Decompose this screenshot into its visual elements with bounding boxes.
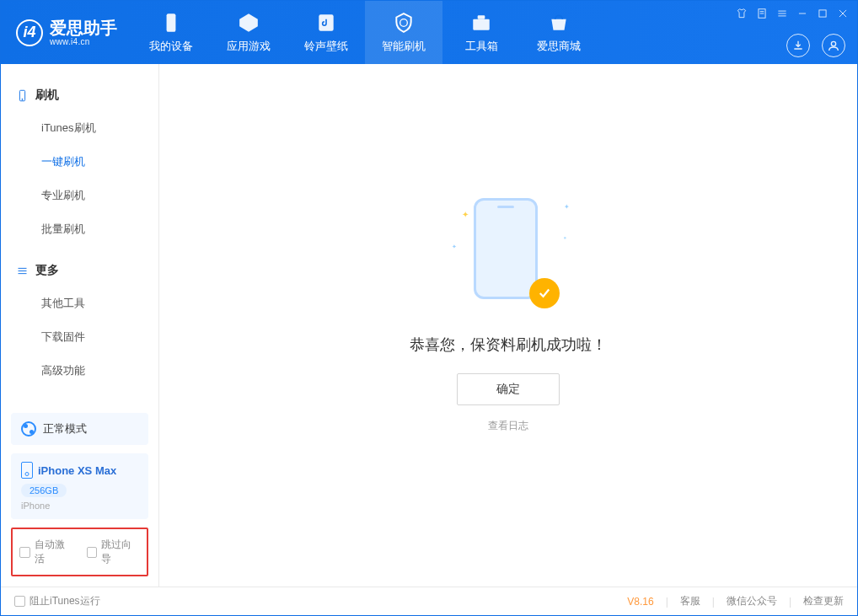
logo-icon: i4 [16, 19, 43, 46]
header: i4 爱思助手 www.i4.cn 我的设备 应用游戏 铃声壁纸 智能刷机 工具… [1, 1, 857, 64]
ok-button[interactable]: 确定 [457, 373, 560, 405]
tab-ringtone-wallpaper[interactable]: 铃声壁纸 [287, 1, 365, 64]
svg-rect-0 [167, 13, 176, 32]
sidebar-group-flash: 刷机 [1, 83, 158, 111]
view-log-link[interactable]: 查看日志 [488, 419, 528, 433]
window-controls [736, 8, 849, 19]
options-box: 自动激活 跳过向导 [11, 528, 148, 576]
phone-icon [21, 462, 33, 479]
logo-area: i4 爱思助手 www.i4.cn [1, 1, 132, 64]
tab-toolbox[interactable]: 工具箱 [442, 1, 520, 64]
success-illustration: ✦ ✦ ✦ ● [462, 193, 555, 311]
footer-service-link[interactable]: 客服 [680, 594, 700, 608]
header-actions [786, 34, 845, 57]
app-title: 爱思助手 [50, 19, 117, 37]
user-button[interactable] [822, 34, 845, 57]
footer: 阻止iTunes运行 V8.16 | 客服 | 微信公众号 | 检查更新 [1, 587, 857, 615]
phone-illustration-icon [474, 198, 538, 299]
svg-rect-11 [819, 10, 826, 17]
note-icon[interactable] [756, 8, 768, 19]
list-icon [16, 265, 29, 277]
checkbox-auto-activate[interactable]: 自动激活 [19, 538, 73, 566]
sidebar-group-more: 更多 [1, 258, 158, 287]
storage-badge: 256GB [21, 484, 67, 497]
content-area: ✦ ✦ ✦ ● 恭喜您，保资料刷机成功啦！ 确定 查看日志 [159, 64, 857, 587]
sidebar-item-itunes[interactable]: iTunes刷机 [1, 111, 158, 145]
main-tabs: 我的设备 应用游戏 铃声壁纸 智能刷机 工具箱 爱思商城 [132, 1, 598, 64]
tab-smart-flash[interactable]: 智能刷机 [365, 1, 442, 64]
footer-update-link[interactable]: 检查更新 [803, 594, 844, 608]
svg-point-14 [831, 41, 835, 46]
sidebar-item-batch[interactable]: 批量刷机 [1, 212, 158, 246]
device-type: iPhone [21, 501, 138, 511]
tab-my-device[interactable]: 我的设备 [132, 1, 210, 64]
success-message: 恭喜您，保资料刷机成功啦！ [410, 335, 607, 355]
checkbox-block-itunes[interactable]: 阻止iTunes运行 [14, 594, 100, 608]
mode-icon [21, 421, 36, 437]
close-button[interactable] [837, 8, 849, 19]
menu-icon[interactable] [776, 8, 788, 19]
download-button[interactable] [786, 34, 810, 57]
sidebar-item-other-tools[interactable]: 其他工具 [1, 287, 158, 320]
checkbox-skip-guide[interactable]: 跳过向导 [87, 538, 141, 566]
mode-label: 正常模式 [43, 421, 87, 437]
sidebar-item-pro[interactable]: 专业刷机 [1, 179, 158, 212]
tab-store[interactable]: 爱思商城 [520, 1, 598, 64]
sidebar-item-advanced[interactable]: 高级功能 [1, 354, 158, 388]
svg-rect-2 [473, 19, 490, 29]
device-name: iPhone XS Max [38, 464, 116, 477]
svg-rect-15 [19, 90, 24, 101]
version-label: V8.16 [627, 596, 653, 608]
sidebar-item-one-click[interactable]: 一键刷机 [1, 145, 158, 179]
check-badge-icon [529, 278, 560, 308]
sidebar-item-download-firmware[interactable]: 下载固件 [1, 320, 158, 354]
maximize-button[interactable] [817, 8, 829, 19]
tab-apps-games[interactable]: 应用游戏 [210, 1, 287, 64]
device-card[interactable]: iPhone XS Max 256GB iPhone [11, 453, 148, 519]
footer-wechat-link[interactable]: 微信公众号 [727, 594, 777, 608]
svg-point-16 [22, 99, 23, 99]
shirt-icon[interactable] [736, 8, 748, 19]
sidebar: 刷机 iTunes刷机 一键刷机 专业刷机 批量刷机 更多 其他工具 下载固件 … [1, 64, 159, 587]
app-subtitle: www.i4.cn [50, 37, 117, 46]
device-icon [16, 89, 29, 102]
minimize-button[interactable] [796, 8, 808, 19]
mode-card[interactable]: 正常模式 [11, 413, 148, 445]
svg-rect-3 [478, 15, 485, 19]
